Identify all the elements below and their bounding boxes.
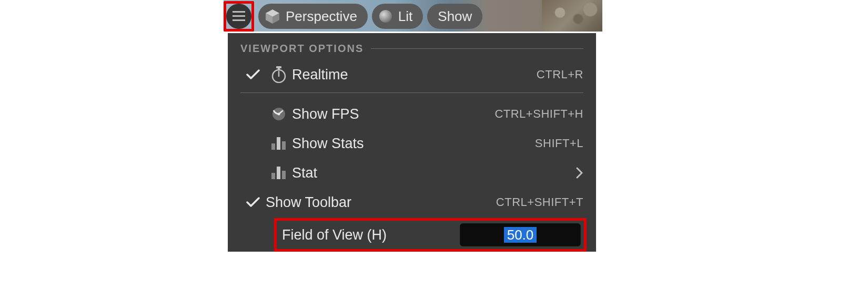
menu-item-realtime[interactable]: Realtime CTRL+R — [228, 60, 596, 89]
viewport-options-menu: VIEWPORT OPTIONS Realtime CTRL+R — [228, 33, 596, 252]
svg-rect-0 — [233, 11, 245, 13]
svg-rect-17 — [271, 173, 275, 179]
highlight-field-of-view: Field of View (H) 50.0 — [274, 218, 587, 252]
menu-item-label: Show Stats — [292, 136, 535, 152]
rock-texture — [542, 0, 602, 32]
menu-divider — [240, 92, 583, 93]
svg-point-6 — [379, 10, 392, 23]
fov-input[interactable]: 50.0 — [460, 223, 581, 246]
lit-button[interactable]: Lit — [372, 4, 423, 29]
bar-chart-icon — [266, 167, 292, 179]
section-header: VIEWPORT OPTIONS — [228, 43, 596, 60]
show-label: Show — [438, 8, 472, 25]
svg-rect-14 — [271, 143, 275, 150]
svg-rect-2 — [233, 19, 245, 21]
section-title: VIEWPORT OPTIONS — [240, 43, 364, 55]
svg-rect-19 — [282, 171, 286, 179]
menu-item-stat[interactable]: Stat — [228, 158, 596, 188]
svg-rect-18 — [277, 167, 280, 179]
check-icon — [240, 69, 266, 80]
fov-label: Field of View (H) — [282, 227, 460, 243]
menu-item-label: Show FPS — [292, 106, 494, 122]
perspective-button[interactable]: Perspective — [258, 4, 368, 29]
highlight-hamburger — [224, 1, 254, 32]
menu-item-label: Stat — [292, 165, 576, 181]
menu-item-shortcut: SHIFT+L — [535, 137, 583, 150]
cube-icon — [265, 8, 280, 24]
svg-rect-1 — [233, 15, 245, 17]
svg-rect-15 — [277, 137, 280, 150]
menu-item-show-fps[interactable]: Show FPS CTRL+SHIFT+H — [228, 99, 596, 129]
menu-item-label: Realtime — [292, 67, 537, 83]
show-button[interactable]: Show — [427, 4, 482, 29]
viewport-area: Perspective Lit Show — [224, 0, 602, 300]
stopwatch-icon — [266, 66, 292, 83]
lit-label: Lit — [398, 8, 412, 25]
menu-item-shortcut: CTRL+SHIFT+H — [494, 107, 583, 121]
perspective-label: Perspective — [286, 8, 357, 25]
viewport-options-button[interactable] — [226, 4, 251, 29]
svg-rect-16 — [282, 141, 286, 150]
menu-item-shortcut: CTRL+R — [537, 68, 583, 81]
menu-item-show-toolbar[interactable]: Show Toolbar CTRL+SHIFT+T — [228, 188, 596, 217]
viewport-toolbar: Perspective Lit Show — [224, 1, 482, 32]
menu-item-show-stats[interactable]: Show Stats SHIFT+L — [228, 129, 596, 158]
bar-chart-icon — [266, 137, 292, 150]
check-icon — [240, 196, 266, 208]
section-divider — [371, 48, 583, 49]
menu-item-shortcut: CTRL+SHIFT+T — [496, 195, 583, 209]
menu-item-label: Show Toolbar — [266, 194, 496, 211]
sphere-icon — [378, 9, 393, 24]
chevron-right-icon — [576, 167, 583, 179]
fov-value: 50.0 — [504, 227, 537, 243]
hamburger-icon — [233, 11, 245, 22]
gauge-icon — [266, 106, 292, 122]
